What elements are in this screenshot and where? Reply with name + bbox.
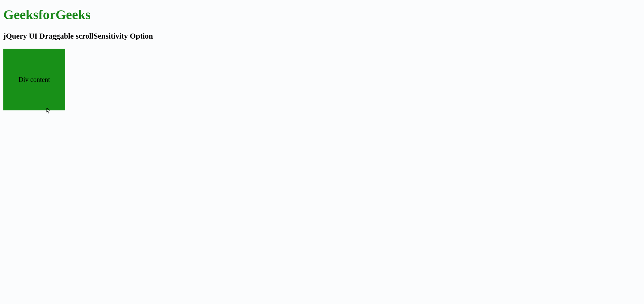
draggable-div[interactable]: Div content [3,49,65,110]
page-subtitle: jQuery UI Draggable scrollSensitivity Op… [3,32,641,41]
draggable-content-label: Div content [18,76,50,84]
page-title: GeeksforGeeks [3,7,641,22]
